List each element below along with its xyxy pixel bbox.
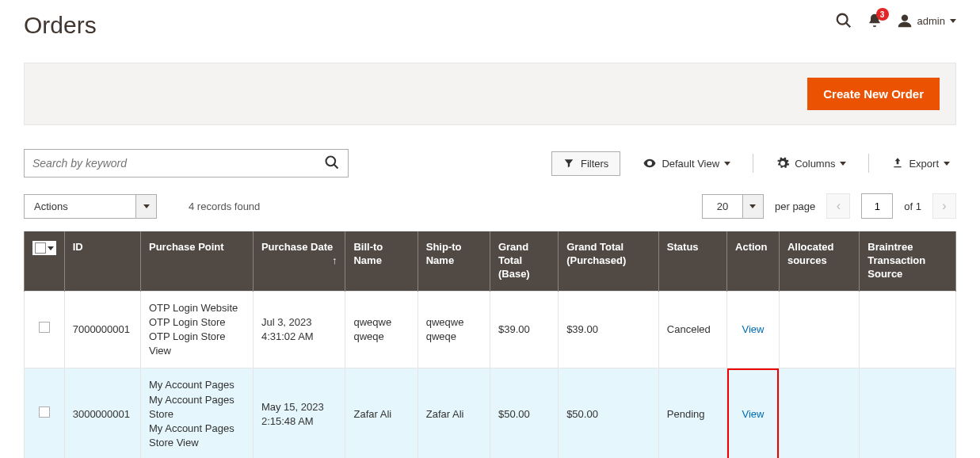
cell-braintree [860,291,956,368]
cell-purchase-date: Jul 3, 2023 4:31:02 AM [253,291,345,368]
dropdown-arrow [135,195,156,218]
sort-asc-icon: ↑ [332,254,337,268]
search-input[interactable] [32,157,324,170]
gear-icon [776,156,790,170]
cell-gt-purchased: $50.00 [559,368,659,458]
actions-label: Actions [25,195,135,218]
search-submit-icon[interactable] [324,155,340,173]
row-checkbox[interactable] [39,322,50,333]
table-row[interactable]: 3000000001 My Account Pages My Account P… [25,368,956,458]
default-view-dropdown[interactable]: Default View [636,156,737,170]
cell-id: 7000000001 [64,291,140,368]
col-status[interactable]: Status [658,231,726,291]
cell-id: 3000000001 [64,368,140,458]
export-dropdown[interactable]: Export [885,157,956,170]
caret-down-icon [944,162,950,166]
create-new-order-button[interactable]: Create New Order [807,78,940,110]
svg-point-2 [901,15,907,21]
cell-allocated [779,291,859,368]
col-gt-purchased[interactable]: Grand Total (Purchased) [559,231,659,291]
cell-allocated [779,368,859,458]
select-all-header[interactable] [25,231,65,291]
cell-bill-to: qweqwe qweqe [345,291,418,368]
chevron-right-icon: › [942,199,946,213]
filters-button[interactable]: Filters [551,151,620,176]
columns-dropdown[interactable]: Columns [769,156,852,170]
col-gt-base[interactable]: Grand Total (Base) [490,231,558,291]
col-purchase-point[interactable]: Purchase Point [140,231,253,291]
chevron-left-icon: ‹ [837,199,841,213]
records-found-label: 4 records found [189,200,260,212]
page-title: Orders [24,12,97,39]
actions-dropdown[interactable]: Actions [24,194,157,219]
cell-gt-purchased: $39.00 [559,291,659,368]
cell-ship-to: qweqwe qweqe [418,291,490,368]
controls-row-1: Filters Default View Columns Export [24,149,956,177]
prev-page-button[interactable]: ‹ [826,193,850,219]
top-right-controls: 3 admin [835,12,956,29]
per-page-label: per page [775,200,815,212]
of-pages-label: of 1 [904,200,921,212]
page-size-value: 20 [703,195,742,218]
col-id[interactable]: ID [64,231,140,291]
cell-ship-to: Zafar Ali [418,368,490,458]
action-bar: Create New Order [24,63,956,125]
col-bill-to[interactable]: Bill-to Name [345,231,418,291]
filters-label: Filters [581,158,608,170]
left-controls: Actions 4 records found [24,194,260,219]
separator [753,154,753,173]
next-page-button[interactable]: › [932,193,956,219]
svg-point-3 [326,156,336,166]
user-name-label: admin [917,15,945,27]
columns-label: Columns [795,158,835,170]
col-purchase-date[interactable]: Purchase Date↑ [253,231,345,291]
svg-line-1 [845,23,850,28]
user-menu[interactable]: admin [897,13,956,29]
cell-purchase-date: May 15, 2023 2:15:48 AM [253,368,345,458]
right-toolbar: Filters Default View Columns Export [551,151,956,176]
svg-point-0 [837,14,847,25]
current-page-input[interactable] [861,193,893,219]
page-size-select[interactable]: 20 [702,194,764,219]
search-wrap [24,149,349,177]
right-controls: 20 per page ‹ of 1 › [702,193,956,219]
orders-grid: ID Purchase Point Purchase Date↑ Bill-to… [24,231,956,458]
cell-bill-to: Zafar Ali [345,368,418,458]
caret-down-icon [724,162,730,166]
col-braintree: Braintree Transaction Source [860,231,956,291]
dropdown-arrow [742,195,763,218]
col-action: Action [727,231,780,291]
notifications-badge: 3 [876,8,889,21]
cell-purchase-point: OTP Login Website OTP Login Store OTP Lo… [140,291,253,368]
col-ship-to[interactable]: Ship-to Name [418,231,490,291]
cell-status: Canceled [658,291,726,368]
export-label: Export [909,158,939,170]
eye-icon [643,156,657,170]
view-link[interactable]: View [742,408,764,420]
export-icon [891,157,904,170]
top-bar: Orders 3 admin [24,0,956,39]
view-label: Default View [662,158,719,170]
cell-purchase-point: My Account Pages My Account Pages Store … [140,368,253,458]
funnel-icon [563,158,574,169]
table-row[interactable]: 7000000001 OTP Login Website OTP Login S… [25,291,956,368]
notifications-icon[interactable]: 3 [867,13,883,29]
cell-braintree [860,368,956,458]
view-link[interactable]: View [742,323,764,335]
cell-gt-base: $39.00 [490,291,558,368]
separator [868,154,869,173]
svg-line-4 [334,164,338,168]
caret-down-icon [840,162,846,166]
col-allocated: Allocated sources [779,231,859,291]
controls-row-2: Actions 4 records found 20 per page ‹ of… [24,193,956,219]
caret-down-icon [950,19,956,23]
row-checkbox[interactable] [39,406,50,418]
cell-status: Pending [658,368,726,458]
cell-gt-base: $50.00 [490,368,558,458]
search-icon[interactable] [835,12,852,29]
